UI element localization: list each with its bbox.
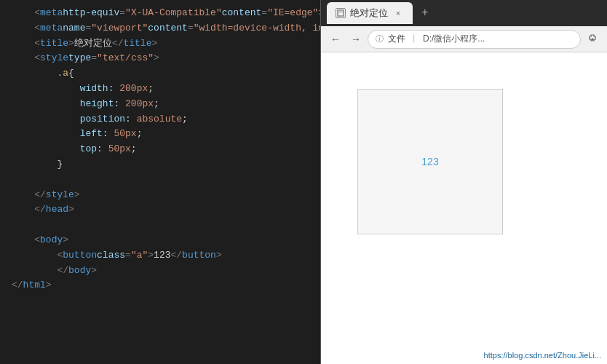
svg-rect-0: [338, 10, 344, 16]
code-line: <style type="text/css">: [0, 51, 320, 66]
code-editor: <meta http-equiv="X-UA-Compatible" conte…: [0, 0, 320, 364]
tab-title: 绝对定位: [350, 7, 388, 20]
code-line: </html>: [0, 278, 320, 293]
back-button[interactable]: ←: [327, 31, 344, 48]
code-line: .a{: [0, 66, 320, 82]
code-line: </head>: [0, 202, 320, 218]
extensions-button[interactable]: [584, 31, 601, 48]
info-icon: ⓘ: [376, 33, 384, 44]
code-line: <meta name="viewport" content="width=dev…: [0, 21, 320, 36]
watermark: https://blog.csdn.net/Zhou.JieLi...: [484, 351, 601, 360]
address-separator: 丨: [410, 33, 418, 45]
browser-tab[interactable]: 绝对定位 ×: [327, 2, 413, 24]
address-path: D:/微信小程序...: [423, 33, 485, 45]
browser-content: 123 https://blog.csdn.net/Zhou.JieLi...: [321, 52, 607, 364]
new-tab-button[interactable]: +: [417, 7, 433, 20]
code-line: </style>: [0, 188, 320, 203]
code-line: [0, 173, 320, 188]
code-line: top: 50px;: [0, 142, 320, 157]
code-line: width: 200px;: [0, 82, 320, 97]
address-file-label: 文件: [388, 33, 405, 45]
tab-page-icon: [336, 8, 346, 18]
browser-panel: 绝对定位 × + ← → ⓘ 文件 丨 D:/微信小程序... 123 http…: [320, 0, 607, 364]
code-line: </body>: [0, 264, 320, 279]
code-line: position: absolute;: [0, 112, 320, 127]
demo-button[interactable]: 123: [357, 89, 503, 234]
code-line: <meta http-equiv="X-UA-Compatible" conte…: [0, 6, 320, 21]
code-line: left: 50px;: [0, 127, 320, 142]
code-line: }: [0, 157, 320, 173]
demo-button-label: 123: [421, 156, 438, 167]
code-line: <body>: [0, 233, 320, 248]
browser-titlebar: 绝对定位 × +: [321, 0, 607, 26]
code-line: <button class="a">123</button>: [0, 248, 320, 264]
address-bar[interactable]: ⓘ 文件 丨 D:/微信小程序...: [368, 30, 581, 49]
forward-button[interactable]: →: [347, 31, 365, 48]
code-line: height: 200px;: [0, 97, 320, 112]
browser-toolbar: ← → ⓘ 文件 丨 D:/微信小程序...: [321, 26, 607, 52]
code-line: [0, 218, 320, 233]
code-line: <title>绝对定位</title>: [0, 36, 320, 52]
svg-point-2: [592, 38, 594, 40]
tab-close-button[interactable]: ×: [392, 7, 404, 19]
